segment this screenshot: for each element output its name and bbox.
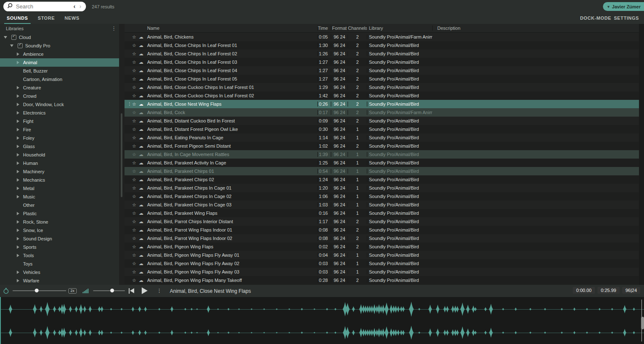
table-row[interactable]: ☆☁Animal, Bird, Close Cuckoo Chirps In L…	[125, 91, 639, 100]
column-description[interactable]: Description	[432, 26, 639, 31]
favorite-star-icon[interactable]: ☆	[132, 278, 138, 283]
favorite-star-icon[interactable]: ☆	[132, 219, 138, 224]
row-kebab-icon[interactable]: ⋮	[127, 102, 132, 106]
chevron-right-icon[interactable]	[15, 94, 21, 98]
sidebar-item-mechanics[interactable]: Mechanics	[0, 176, 119, 184]
chevron-right-icon[interactable]	[15, 145, 21, 148]
sidebar-item-sound-design[interactable]: Sound Design	[0, 235, 119, 243]
table-row[interactable]: ☆☁Animal, Bird, Parakeet Wing Flaps0:169…	[125, 209, 639, 217]
table-row[interactable]: ☆☁Animal, Bird, Close Chirps In Leaf For…	[125, 58, 639, 66]
sidebar-item-tools[interactable]: Tools	[0, 251, 119, 260]
chevron-right-icon[interactable]	[15, 271, 21, 274]
sidebar-item-cloud[interactable]: Cloud	[0, 33, 119, 42]
sidebar-item-music[interactable]: Music	[0, 193, 119, 201]
play-button[interactable]	[142, 287, 148, 294]
table-row[interactable]: ☆☁Animal, Bird, Parakeet Chirps 010:5496…	[125, 167, 639, 175]
table-row[interactable]: ☆☁Animal, Bird, Parakeet Chirps In Cage …	[125, 192, 639, 201]
favorite-star-icon[interactable]: ☆	[132, 244, 138, 250]
table-row[interactable]: ☆☁Animal, Bird, Close Chirps In Leaf For…	[125, 66, 639, 75]
favorite-star-icon[interactable]: ☆	[132, 102, 138, 107]
table-row[interactable]: ☆☁Animal, Bird, Pigeon Wing Flaps0:0296 …	[125, 242, 639, 251]
favorite-star-icon[interactable]: ☆	[132, 76, 138, 82]
sidebar-item-toys[interactable]: Toys	[0, 260, 119, 268]
sidebar-item-metal[interactable]: Metal	[0, 184, 119, 193]
volume-slider[interactable]	[93, 290, 125, 291]
table-row[interactable]: ☆☁Animal, Bird, Parrot Wing Flaps Indoor…	[125, 226, 639, 234]
waveform-canvas[interactable]	[0, 297, 644, 344]
sidebar-item-crowd[interactable]: Crowd	[0, 92, 119, 100]
favorite-star-icon[interactable]: ☆	[132, 93, 138, 99]
favorite-star-icon[interactable]: ☆	[132, 185, 138, 191]
tab-store[interactable]: STORE	[35, 13, 57, 23]
chevron-right-icon[interactable]	[15, 86, 21, 89]
favorite-star-icon[interactable]: ☆	[132, 169, 138, 174]
column-format[interactable]: Format	[331, 26, 348, 31]
favorite-star-icon[interactable]: ☆	[132, 211, 138, 216]
player-menu-icon[interactable]: ⋮	[157, 288, 162, 294]
sidebar-item-sports[interactable]: Sports	[0, 243, 119, 251]
favorite-star-icon[interactable]: ☆	[132, 152, 138, 157]
sidebar-item-creature[interactable]: Creature	[0, 83, 119, 92]
chevron-right-icon[interactable]	[15, 220, 21, 224]
chevron-right-icon[interactable]	[15, 120, 21, 123]
table-row[interactable]: ☆☁Animal, Bird, Close Cuckoo Chirps In L…	[125, 83, 639, 91]
favorite-star-icon[interactable]: ☆	[132, 160, 138, 166]
table-row[interactable]: ☆☁Animal, Bird, Forest Pigeon Semi Dista…	[125, 142, 639, 150]
sidebar-item-cartoon-animation[interactable]: Cartoon, Animation	[0, 75, 119, 83]
chevron-right-icon[interactable]	[15, 170, 21, 173]
sidebar-item-warfare[interactable]: Warfare	[0, 276, 119, 285]
pitch-slider-thumb[interactable]	[35, 289, 39, 292]
sidebar-item-other[interactable]: Other	[0, 201, 119, 209]
volume-icon[interactable]	[83, 289, 88, 293]
library-checkbox[interactable]	[11, 35, 16, 40]
table-row[interactable]: ☆☁Animal, Bird, Parakeet Chirps 021:2496…	[125, 175, 639, 184]
column-name[interactable]: Name	[147, 26, 317, 31]
table-row[interactable]: ☆☁Animal, Bird, Pigeon Wing Flaps Fly Aw…	[125, 251, 639, 259]
chevron-right-icon[interactable]	[15, 162, 21, 165]
table-row[interactable]: ☆☁Animal, Bird, Cock0:1796 242Soundly Pr…	[125, 108, 639, 117]
table-row[interactable]: ☆☁Animal, Bird, In Cage Movement Rattles…	[125, 150, 639, 159]
chevron-right-icon[interactable]	[15, 195, 21, 198]
favorite-star-icon[interactable]: ☆	[132, 269, 138, 275]
sidebar-item-glass[interactable]: Glass	[0, 142, 119, 151]
skip-to-start-button[interactable]	[129, 288, 134, 294]
table-row[interactable]: ⋮☆☁Animal, Bird, Close Nest Wing Flaps0:…	[125, 100, 639, 108]
chevron-right-icon[interactable]	[15, 245, 21, 249]
user-menu[interactable]: ▾ Javier Zúmer	[603, 2, 644, 11]
table-row[interactable]: ☆☁Animal, Bird, Pigeon Wing Flaps Fly Aw…	[125, 268, 639, 276]
library-checkbox[interactable]	[18, 43, 23, 48]
favorite-star-icon[interactable]: ☆	[132, 227, 138, 233]
favorite-star-icon[interactable]: ☆	[132, 60, 138, 65]
chevron-right-icon[interactable]	[15, 212, 21, 215]
favorite-star-icon[interactable]: ☆	[132, 127, 138, 132]
favorite-star-icon[interactable]: ☆	[132, 261, 138, 266]
favorite-star-icon[interactable]: ☆	[132, 110, 138, 115]
sidebar-item-bell-buzzer[interactable]: Bell, Buzzer	[0, 67, 119, 75]
favorite-star-icon[interactable]: ☆	[132, 34, 138, 40]
favorite-star-icon[interactable]: ☆	[132, 43, 138, 48]
search-forward-icon[interactable]: ›	[79, 3, 81, 10]
sidebar-item-snow-ice[interactable]: Snow, Ice	[0, 226, 119, 235]
tab-dock-mode[interactable]: DOCK-MODE	[578, 13, 614, 23]
sidebar-item-electronics[interactable]: Electronics	[0, 109, 119, 117]
table-row[interactable]: ☆☁Animal, Bird, Pigeon Wing Flaps Fly Aw…	[125, 259, 639, 268]
sidebar-item-soundly-pro[interactable]: Soundly Pro	[0, 42, 119, 50]
chevron-right-icon[interactable]	[15, 178, 21, 182]
chevron-right-icon[interactable]	[15, 136, 21, 140]
sidebar-item-machinery[interactable]: Machinery	[0, 167, 119, 176]
sidebar-item-animal[interactable]: Animal	[0, 58, 119, 67]
table-scrollbar-track[interactable]	[639, 24, 644, 285]
favorite-star-icon[interactable]: ☆	[132, 253, 138, 258]
chevron-right-icon[interactable]	[15, 229, 21, 232]
chevron-right-icon[interactable]	[15, 279, 21, 282]
chevron-down-icon[interactable]	[9, 44, 15, 47]
table-row[interactable]: ☆☁Animal, Bird, Close Chirps In Leaf For…	[125, 75, 639, 83]
search-back-icon[interactable]: ‹	[73, 3, 75, 10]
chevron-down-icon[interactable]	[3, 36, 8, 39]
favorite-star-icon[interactable]: ☆	[132, 118, 138, 124]
table-row[interactable]: ☆☁Animal, Bird, Close Chirps In Leaf For…	[125, 41, 639, 50]
sidebar-item-fight[interactable]: Fight	[0, 117, 119, 125]
column-time[interactable]: Time	[317, 26, 331, 31]
sidebar-item-foley[interactable]: Foley	[0, 134, 119, 142]
sidebar-item-human[interactable]: Human	[0, 159, 119, 167]
